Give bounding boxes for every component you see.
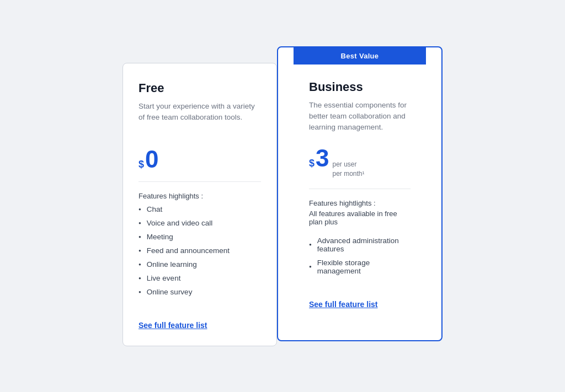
list-item: Meeting bbox=[138, 230, 261, 244]
business-card-inner: Business The essential components for be… bbox=[294, 80, 426, 325]
list-item: Online survey bbox=[138, 285, 261, 299]
list-item: Chat bbox=[138, 202, 261, 216]
free-plan-description: Start your experience with a variety of … bbox=[138, 101, 261, 134]
free-price-amount: 0 bbox=[145, 147, 158, 171]
list-item: Online learning bbox=[138, 257, 261, 271]
business-price-row: $ 3 per user per month¹ bbox=[309, 146, 411, 179]
best-value-banner: Best Value bbox=[294, 47, 426, 65]
business-feature-list: Advanced administration features Flexibl… bbox=[309, 234, 411, 278]
list-item: Live event bbox=[138, 271, 261, 285]
pricing-container: Free Start your experience with a variet… bbox=[122, 46, 443, 346]
free-price-row: $ 0 bbox=[138, 147, 261, 171]
business-see-feature-link[interactable]: See full feature list bbox=[309, 300, 377, 309]
business-plan-card: Best Value Business The essential compon… bbox=[277, 46, 443, 341]
free-feature-list: Chat Voice and video call Meeting Feed a… bbox=[138, 202, 261, 299]
free-plan-card: Free Start your experience with a variet… bbox=[122, 63, 277, 346]
business-price-amount: 3 bbox=[316, 146, 329, 170]
business-plan-description: The essential components for better team… bbox=[309, 100, 411, 133]
business-price-per: per user per month¹ bbox=[333, 160, 365, 179]
free-plan-name: Free bbox=[138, 81, 261, 95]
free-see-feature-link[interactable]: See full feature list bbox=[138, 321, 207, 330]
free-divider bbox=[138, 181, 261, 182]
list-item: Voice and video call bbox=[138, 216, 261, 230]
business-features-subtext: All features avaliable in free plan plus bbox=[309, 210, 411, 226]
business-price-currency: $ bbox=[309, 158, 315, 169]
free-features-heading: Features highlights : bbox=[138, 192, 261, 200]
list-item: Flexible storage management bbox=[309, 256, 411, 278]
business-plan-name: Business bbox=[309, 80, 411, 94]
free-price-currency: $ bbox=[138, 159, 144, 170]
business-divider bbox=[309, 189, 411, 189]
business-features-heading: Features hightlights : bbox=[309, 199, 411, 207]
list-item: Advanced administration features bbox=[309, 234, 411, 256]
list-item: Feed and announcement bbox=[138, 244, 261, 257]
